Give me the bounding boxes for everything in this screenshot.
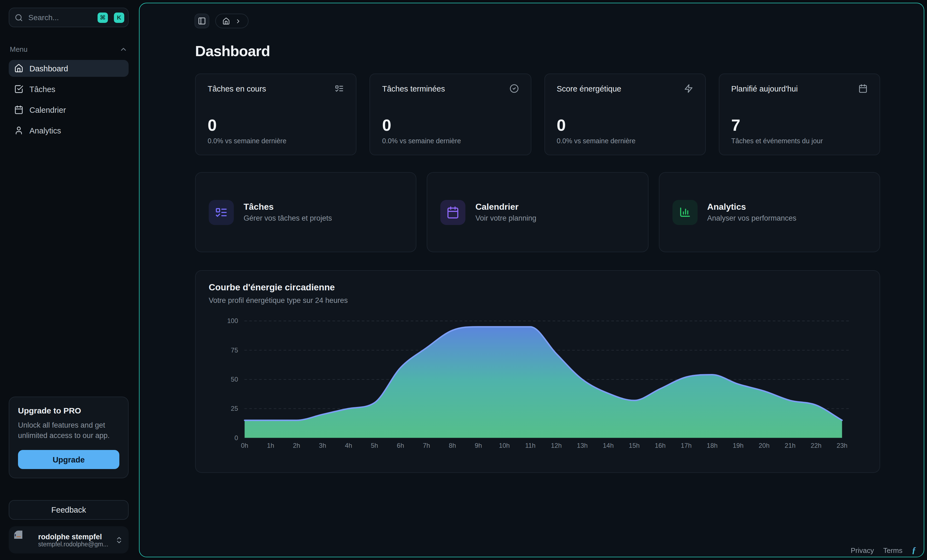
stat-value: 0 [208,117,344,134]
shortcut-card-taches[interactable]: Tâches Gérer vos tâches et projets [195,172,416,252]
brand-logo-icon[interactable]: ƒ [912,545,916,555]
sidebar-item-label: Tâches [29,85,55,93]
sidebar-item-dashboard[interactable]: Dashboard [9,60,129,77]
circle-check-icon [509,84,518,93]
svg-text:8h: 8h [449,442,456,449]
svg-text:4h: 4h [345,442,352,449]
chevrons-up-down-icon[interactable] [115,536,123,544]
shortcut-title: Tâches [244,202,332,212]
svg-text:5h: 5h [371,442,378,449]
calendar-icon [447,206,460,219]
svg-text:100: 100 [227,317,238,325]
main-panel: Dashboard Tâches en cours 0 0.0% vs sema… [139,3,924,557]
footer-links: Privacy Terms ƒ [851,545,916,555]
shortcut-subtitle: Gérer vos tâches et projets [244,214,332,222]
svg-text:11h: 11h [525,442,535,449]
shortcut-card-calendrier[interactable]: Calendrier Voir votre planning [427,172,649,252]
calendrier-tile [441,200,466,225]
stats-grid: Tâches en cours 0 0.0% vs semaine derniè… [195,74,880,155]
screen: ⌘ K Menu Dashboard Tâches Calendrier Ana… [0,0,927,560]
breadcrumb[interactable] [215,14,249,28]
sidebar-item-calendrier[interactable]: Calendrier [9,101,129,118]
sidebar-item-label: Analytics [29,126,61,135]
svg-text:18h: 18h [707,442,718,449]
sidebar: ⌘ K Menu Dashboard Tâches Calendrier Ana… [0,0,137,560]
stat-title: Score énergétique [557,84,621,93]
user-name: rodolphe stempfel [38,533,109,541]
sidebar-item-label: Calendrier [29,105,66,114]
svg-text:25: 25 [231,405,238,412]
home-icon [14,64,23,73]
sidebar-item-label: Dashboard [29,64,68,73]
stat-value: 0 [557,117,693,134]
stat-value: 0 [382,117,519,134]
stat-subtitle: 0.0% vs semaine dernière [557,137,693,145]
feedback-button[interactable]: Feedback [9,500,129,520]
zap-icon [684,84,693,93]
page-title: Dashboard [195,43,880,60]
energy-chart-card: Courbe d'énergie circadienne Votre profi… [195,270,880,473]
search-input[interactable] [27,12,91,22]
shortcut-title: Calendrier [476,202,536,212]
shortcut-subtitle: Voir votre planning [476,214,536,222]
kbd-cmd-badge: ⌘ [97,12,108,23]
sidebar-toggle-button[interactable] [195,14,209,28]
app-window: ⌘ K Menu Dashboard Tâches Calendrier Ana… [0,0,927,560]
chevron-right-icon [235,18,242,24]
sidebar-spacer [9,139,129,396]
svg-text:12h: 12h [551,442,562,449]
sidebar-item-taches[interactable]: Tâches [9,80,129,97]
svg-text:10h: 10h [499,442,510,449]
svg-text:0: 0 [234,434,238,441]
user-icon [14,126,23,135]
svg-text:15h: 15h [629,442,640,449]
panel-left-icon [198,17,206,25]
svg-text:3h: 3h [319,442,326,449]
svg-text:16h: 16h [655,442,666,449]
home-icon[interactable] [222,17,230,25]
shortcut-title: Analytics [707,202,796,212]
menu-label: Menu [10,45,27,53]
svg-text:23h: 23h [837,442,848,449]
search-box[interactable]: ⌘ K [9,8,129,27]
svg-text:14h: 14h [603,442,614,449]
svg-text:20h: 20h [758,442,769,449]
shortcut-card-analytics[interactable]: Analytics Analyser vos performances [659,172,880,252]
sidebar-nav: Dashboard Tâches Calendrier Analytics [9,60,129,139]
sidebar-item-analytics[interactable]: Analytics [9,122,129,139]
svg-text:6h: 6h [397,442,404,449]
bar-chart-icon [678,206,691,219]
list-todo-icon [215,206,228,219]
svg-text:13h: 13h [577,442,588,449]
svg-text:17h: 17h [681,442,691,449]
svg-text:2h: 2h [293,442,300,449]
svg-text:50: 50 [231,376,238,383]
stat-subtitle: Tâches et événements du jour [731,137,868,145]
stat-title: Tâches terminées [382,84,445,93]
chart-title: Courbe d'énergie circadienne [209,282,866,293]
chevron-up-icon[interactable] [119,45,128,53]
square-check-icon [14,85,23,94]
privacy-link[interactable]: Privacy [851,546,874,554]
avatar-pixel-art [14,531,22,539]
stat-card-taches-en-cours: Tâches en cours 0 0.0% vs semaine derniè… [195,74,357,155]
stat-card-score-energetique: Score énergétique 0 0.0% vs semaine dern… [544,74,706,155]
user-email: stempfel.rodolphe@gm... [38,541,109,547]
energy-curve-chart: 10075502500h1h2h3h4h5h6h7h8h9h10h11h12h1… [209,312,866,451]
svg-text:7h: 7h [423,442,430,449]
svg-text:9h: 9h [475,442,482,449]
svg-text:75: 75 [231,346,238,354]
search-icon [15,13,23,21]
menu-section-header[interactable]: Menu [9,45,129,53]
avatar [14,531,33,549]
user-menu[interactable]: rodolphe stempfel stempfel.rodolphe@gm..… [9,526,129,554]
svg-text:1h: 1h [267,442,274,449]
stat-title: Tâches en cours [208,84,266,93]
stat-title: Planifié aujourd'hui [731,84,798,93]
kbd-k-badge: K [114,12,124,23]
upgrade-button[interactable]: Upgrade [18,450,119,469]
stat-card-planifie-aujourdhui: Planifié aujourd'hui 7 Tâches et événeme… [719,74,880,155]
upgrade-title: Upgrade to PRO [18,406,119,415]
terms-link[interactable]: Terms [883,546,903,554]
toolbar [195,14,880,28]
